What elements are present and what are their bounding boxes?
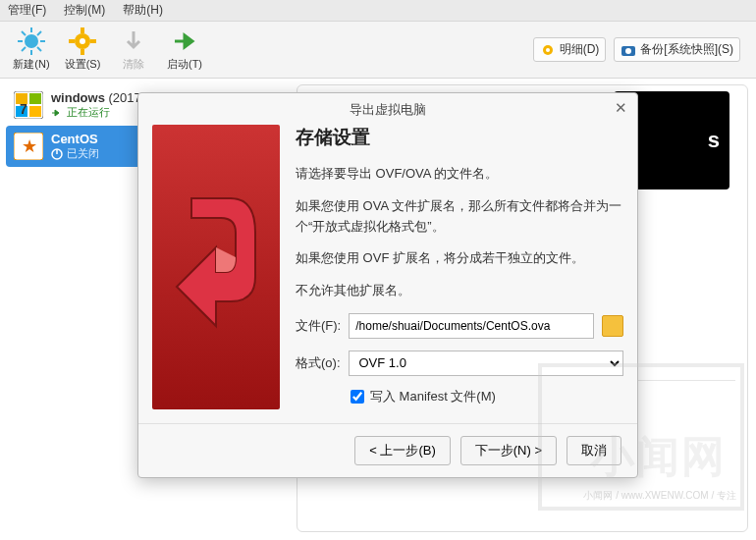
prev-button[interactable]: < 上一步(B): [354, 436, 451, 465]
dialog-p1: 请选择要导出 OVF/OVA 的文件名。: [296, 164, 623, 185]
menu-control[interactable]: 控制(M): [64, 2, 105, 19]
export-dialog: 导出虚拟电脑 ✕ 存储设置 请选择要导出 OVF/OVA 的文件名。 如果您使用…: [137, 92, 638, 478]
dialog-p3: 如果您使用 OVF 扩展名，将分成若干独立的文件。: [296, 248, 623, 269]
gear-small-icon: [540, 42, 556, 58]
dialog-heading: 存储设置: [296, 125, 623, 150]
start-button[interactable]: 启动(T): [159, 23, 210, 78]
camera-icon: [621, 42, 636, 58]
backup-label: 备份[系统快照](S): [640, 41, 733, 58]
clear-label: 清除: [123, 57, 144, 72]
vm-state: 正在运行: [67, 105, 110, 120]
start-label: 启动(T): [167, 57, 202, 72]
svg-line-7: [37, 31, 41, 35]
dialog-title: 导出虚拟电脑: [350, 102, 426, 117]
svg-rect-12: [81, 49, 84, 55]
svg-rect-23: [29, 106, 41, 117]
gear-icon: [69, 27, 96, 55]
dialog-title-bar[interactable]: 导出虚拟电脑 ✕: [138, 93, 637, 125]
svg-rect-13: [69, 39, 75, 43]
detail-label: 明细(D): [560, 41, 600, 58]
svg-text:7: 7: [20, 101, 27, 117]
manifest-label: 写入 Manifest 文件(M): [370, 388, 496, 405]
detail-button[interactable]: 明细(D): [533, 37, 607, 62]
svg-rect-11: [81, 27, 84, 33]
svg-point-10: [80, 38, 85, 44]
svg-line-6: [37, 47, 41, 51]
windows-icon: 7: [14, 91, 43, 119]
format-label: 格式(o):: [296, 354, 341, 372]
preview-text: s: [708, 128, 720, 153]
settings-button[interactable]: 设置(S): [57, 23, 108, 78]
centos-icon: ★: [14, 133, 43, 160]
backup-button[interactable]: 备份[系统快照](S): [614, 37, 740, 62]
vm-name: windows: [51, 90, 105, 105]
clear-button: 清除: [108, 23, 159, 78]
start-arrow-icon: [171, 27, 198, 55]
browse-folder-icon[interactable]: [602, 315, 623, 337]
svg-rect-14: [90, 39, 96, 43]
down-arrow-icon: [120, 27, 147, 55]
menu-manage[interactable]: 管理(F): [8, 2, 46, 19]
sun-new-icon: [18, 27, 45, 55]
dialog-p4: 不允许其他扩展名。: [296, 281, 623, 301]
vm-name: CentOS: [51, 132, 99, 146]
svg-point-18: [625, 48, 631, 54]
poweroff-icon: [51, 148, 63, 160]
cancel-button[interactable]: 取消: [567, 436, 621, 465]
close-icon[interactable]: ✕: [615, 99, 627, 117]
manifest-checkbox[interactable]: [351, 390, 364, 404]
settings-label: 设置(S): [65, 57, 101, 72]
svg-point-0: [25, 34, 38, 48]
toolbar: 新建(N) 设置(S) 清除 启动(T) 明细(D) 备份[系统快照](S): [0, 22, 756, 79]
next-button[interactable]: 下一步(N) >: [460, 436, 557, 465]
new-label: 新建(N): [13, 57, 49, 72]
vm-suffix: (2017: [109, 90, 141, 105]
menu-bar: 管理(F) 控制(M) 帮助(H): [0, 0, 756, 22]
new-button[interactable]: 新建(N): [6, 23, 57, 78]
dialog-p2: 如果您使用 OVA 文件扩展名，那么所有文件都将合并为一个“开放式虚拟化格式包”…: [296, 196, 623, 238]
format-select[interactable]: OVF 1.0: [349, 351, 624, 376]
svg-rect-21: [29, 93, 41, 104]
file-input[interactable]: [349, 313, 594, 339]
running-icon: [51, 107, 63, 119]
menu-help[interactable]: 帮助(H): [123, 2, 163, 19]
svg-point-16: [546, 48, 550, 52]
svg-line-5: [22, 31, 26, 35]
vm-state: 已关闭: [67, 146, 99, 161]
svg-text:★: ★: [22, 136, 37, 156]
dialog-illustration: [152, 125, 280, 409]
svg-line-8: [22, 47, 26, 51]
file-label: 文件(F):: [296, 317, 341, 335]
